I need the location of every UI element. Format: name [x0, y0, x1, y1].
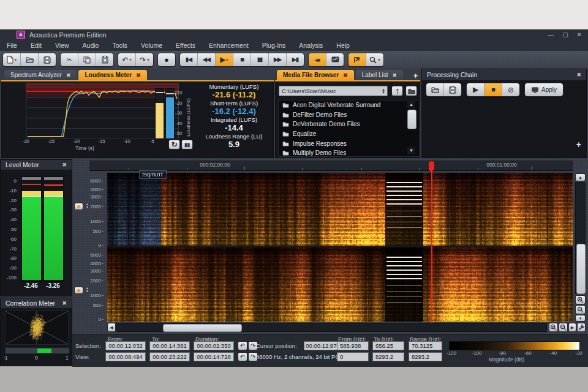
- path-dropdown[interactable]: C:\Users\Stian\Music ▲▼: [279, 86, 388, 96]
- status-field[interactable]: 585.938: [337, 341, 369, 350]
- menu-enhancement[interactable]: Enhancement: [202, 42, 255, 49]
- play-button[interactable]: ▶▾: [216, 53, 233, 66]
- chain-add-button[interactable]: +: [576, 140, 581, 149]
- menu-tools[interactable]: Tools: [105, 42, 134, 49]
- undo-range-button[interactable]: ↶: [238, 341, 247, 350]
- close-button[interactable]: ✕: [577, 31, 582, 38]
- settings-button[interactable]: [577, 323, 586, 332]
- apply-button[interactable]: Apply: [525, 83, 563, 96]
- close-tab-icon[interactable]: ✖: [66, 72, 71, 78]
- browser-scrollbar[interactable]: ▲ ▼: [407, 101, 415, 154]
- hzoom-out-button[interactable]: [559, 323, 568, 332]
- menu-analysis[interactable]: Analysis: [292, 42, 330, 49]
- status-field[interactable]: 70.3125: [409, 341, 442, 350]
- paste-button[interactable]: [96, 53, 113, 66]
- folder-item[interactable]: Multiply Demo Files: [279, 148, 419, 157]
- scroll-thumb[interactable]: [407, 110, 417, 129]
- go-to-end-button[interactable]: ▶▮: [287, 53, 304, 66]
- time-ruler[interactable]: 000:02:00:00000:01:00:00: [89, 160, 573, 171]
- zoom-tool-button[interactable]: ▾: [366, 53, 383, 66]
- menu-plugins[interactable]: Plug-Ins: [255, 42, 293, 49]
- browse-folder-button[interactable]: [405, 86, 417, 96]
- playhead-flag[interactable]: [429, 162, 434, 170]
- status-field[interactable]: 0: [337, 352, 369, 361]
- chain-stop-button[interactable]: ■: [484, 83, 502, 96]
- spectrogram-view[interactable]: [107, 173, 573, 322]
- fast-forward-button[interactable]: ▶▶: [269, 53, 287, 66]
- parent-folder-button[interactable]: ↑: [391, 86, 403, 96]
- status-field[interactable]: 656.25: [372, 341, 404, 350]
- save-button[interactable]: [39, 53, 56, 66]
- loudness-reset-button[interactable]: ↻: [168, 140, 180, 149]
- close-tab-icon[interactable]: ✖: [393, 72, 398, 78]
- cut-button[interactable]: ✂: [61, 53, 78, 66]
- clip-name-label[interactable]: Trumpet: [139, 170, 167, 179]
- status-field[interactable]: 00:00:12:032: [105, 341, 146, 350]
- vzoom-in-button[interactable]: [575, 295, 586, 304]
- folder-item[interactable]: DeFilter Demo Files: [279, 110, 419, 120]
- channel1-control-button[interactable]: [74, 203, 83, 210]
- status-field[interactable]: 00:00:02:350: [194, 341, 234, 350]
- vscroll-thumb[interactable]: [576, 244, 586, 294]
- channel2-control-button[interactable]: [74, 287, 83, 294]
- channel2-spinner[interactable]: ▲▼: [85, 287, 90, 294]
- vscroll-menu-button[interactable]: ▼: [575, 315, 586, 322]
- close-tab-icon[interactable]: ✖: [136, 72, 141, 78]
- scroll-up-button[interactable]: ▲: [407, 101, 415, 108]
- menu-effects[interactable]: Effects: [169, 42, 202, 49]
- minimize-button[interactable]: —: [548, 31, 554, 38]
- undo-range-button[interactable]: ↶: [238, 352, 247, 361]
- hzoom-in-button[interactable]: [549, 323, 558, 332]
- menu-edit[interactable]: Edit: [24, 42, 48, 49]
- add-tab-button[interactable]: +: [413, 72, 418, 80]
- tab-spectrum-analyzer[interactable]: Spectrum Analyzer✖: [4, 70, 77, 80]
- status-field[interactable]: 00:00:12:970: [304, 341, 342, 350]
- tab-media-file-browser[interactable]: Media File Browser✖: [277, 70, 354, 80]
- copy-button[interactable]: [78, 53, 96, 66]
- spectral-view-button[interactable]: [326, 53, 344, 66]
- dropdown-spinner-icon[interactable]: ▲▼: [382, 88, 385, 94]
- hscroll-thumb[interactable]: [163, 324, 242, 332]
- folder-item[interactable]: Impulse Responses: [279, 138, 419, 148]
- menu-volume[interactable]: Volume: [134, 42, 169, 49]
- status-field[interactable]: 8293.2: [409, 352, 442, 361]
- go-to-start-button[interactable]: ▮◀: [180, 53, 198, 66]
- folder-item[interactable]: Equalize: [279, 129, 419, 139]
- menu-audio[interactable]: Audio: [76, 42, 106, 49]
- vertical-scrollbar[interactable]: [575, 182, 586, 294]
- record-button[interactable]: ●: [158, 53, 175, 66]
- close-panel-icon[interactable]: ✖: [62, 162, 67, 168]
- loudness-pause-button[interactable]: ▮▮: [181, 140, 193, 149]
- status-field[interactable]: 8293.2: [372, 352, 404, 361]
- maximize-button[interactable]: ▢: [562, 31, 568, 38]
- new-file-button[interactable]: ▾: [3, 53, 21, 66]
- redo-button[interactable]: ↷▾: [136, 53, 153, 66]
- open-button[interactable]: [21, 53, 39, 66]
- vzoom-out-button[interactable]: [575, 305, 586, 314]
- vscroll-up-button[interactable]: ▲: [575, 173, 586, 181]
- hscroll-play-button[interactable]: ▶: [568, 323, 576, 332]
- chain-open-button[interactable]: [426, 83, 444, 96]
- menu-view[interactable]: View: [48, 42, 76, 49]
- folder-item[interactable]: Acon Digital Verberate Surround: [279, 100, 419, 110]
- horizontal-scrollbar[interactable]: [116, 323, 547, 332]
- chain-save-button[interactable]: [444, 83, 461, 96]
- menu-file[interactable]: File: [0, 42, 24, 49]
- scroll-down-button[interactable]: ▼: [407, 147, 415, 154]
- status-field[interactable]: 00:00:08:494: [105, 352, 146, 361]
- pause-button[interactable]: ▮▮: [251, 53, 269, 66]
- hscroll-left-button[interactable]: ◀: [107, 323, 116, 332]
- status-field[interactable]: 00:00:14:728: [194, 352, 234, 361]
- chain-play-button[interactable]: ▶: [467, 83, 484, 96]
- zoom-selection-button[interactable]: [349, 53, 366, 66]
- folder-item[interactable]: DeVerberate Demo Files: [279, 119, 419, 129]
- menu-help[interactable]: Help: [330, 42, 356, 49]
- follow-playback-button[interactable]: ↠: [309, 53, 326, 66]
- close-panel-icon[interactable]: ✖: [62, 300, 67, 306]
- close-panel-icon[interactable]: ✖: [576, 72, 581, 78]
- close-tab-icon[interactable]: ✖: [343, 72, 348, 78]
- stop-button[interactable]: ■: [233, 53, 251, 66]
- playhead-line[interactable]: [431, 161, 432, 323]
- rewind-button[interactable]: ◀◀: [198, 53, 216, 66]
- channel1-spinner[interactable]: ▲▼: [85, 203, 90, 210]
